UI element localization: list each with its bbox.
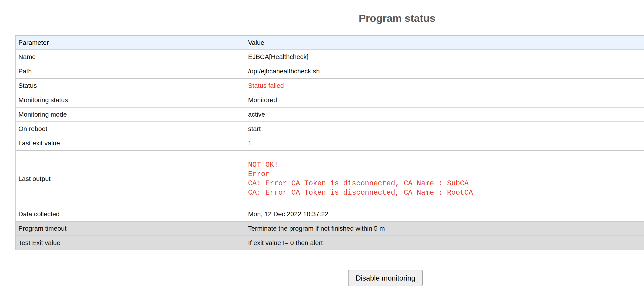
param-cell: Last output [15, 150, 245, 207]
last-output-cell: NOT OK! Error CA: Error CA Token is disc… [245, 150, 644, 207]
value-cell: Terminate the program if not finished wi… [245, 221, 644, 236]
table-row-test-exit-value: Test Exit value If exit value != 0 then … [15, 236, 644, 250]
table-row-name: Name EJBCA[Healthcheck] [15, 50, 644, 64]
value-cell: EJBCA[Healthcheck] [245, 50, 644, 64]
value-cell: active [245, 107, 644, 122]
param-cell: Last exit value [15, 136, 245, 150]
table-row-on-reboot: On reboot start [15, 122, 644, 136]
table-row-monitoring-mode: Monitoring mode active [15, 107, 644, 122]
table-row-last-exit-value: Last exit value 1 [15, 136, 644, 150]
program-status-table: Parameter Value Name EJBCA[Healthcheck] … [15, 35, 644, 250]
param-cell: Program timeout [15, 221, 245, 236]
param-cell: Status [15, 78, 245, 93]
table-row-data-collected: Data collected Mon, 12 Dec 2022 10:37:22 [15, 207, 644, 221]
param-cell: Path [15, 64, 245, 78]
last-output-text: NOT OK! Error CA: Error CA Token is disc… [248, 160, 644, 197]
value-cell: start [245, 122, 644, 136]
value-cell: If exit value != 0 then alert [245, 236, 644, 250]
table-row-status: Status Status failed [15, 78, 644, 93]
param-cell: Monitoring mode [15, 107, 245, 122]
column-header-parameter: Parameter [15, 35, 245, 50]
table-row-program-timeout: Program timeout Terminate the program if… [15, 221, 644, 236]
value-cell: /opt/ejbcahealthcheck.sh [245, 64, 644, 78]
column-header-value: Value [245, 35, 644, 50]
page-title: Program status [15, 12, 644, 24]
program-status-page: Program status Parameter Value Name EJBC… [15, 12, 644, 250]
param-cell: Name [15, 50, 245, 64]
value-cell: Mon, 12 Dec 2022 10:37:22 [245, 207, 644, 221]
param-cell: Monitoring status [15, 93, 245, 107]
table-row-path: Path /opt/ejbcahealthcheck.sh [15, 64, 644, 78]
table-row-monitoring-status: Monitoring status Monitored [15, 93, 644, 107]
last-exit-value-cell: 1 [245, 136, 644, 150]
table-header-row: Parameter Value [15, 35, 644, 50]
param-cell: Test Exit value [15, 236, 245, 250]
status-value-cell: Status failed [245, 78, 644, 93]
param-cell: Data collected [15, 207, 245, 221]
param-cell: On reboot [15, 122, 245, 136]
value-cell: Monitored [245, 93, 644, 107]
disable-monitoring-button[interactable]: Disable monitoring [348, 270, 423, 286]
table-row-last-output: Last output NOT OK! Error CA: Error CA T… [15, 150, 644, 207]
